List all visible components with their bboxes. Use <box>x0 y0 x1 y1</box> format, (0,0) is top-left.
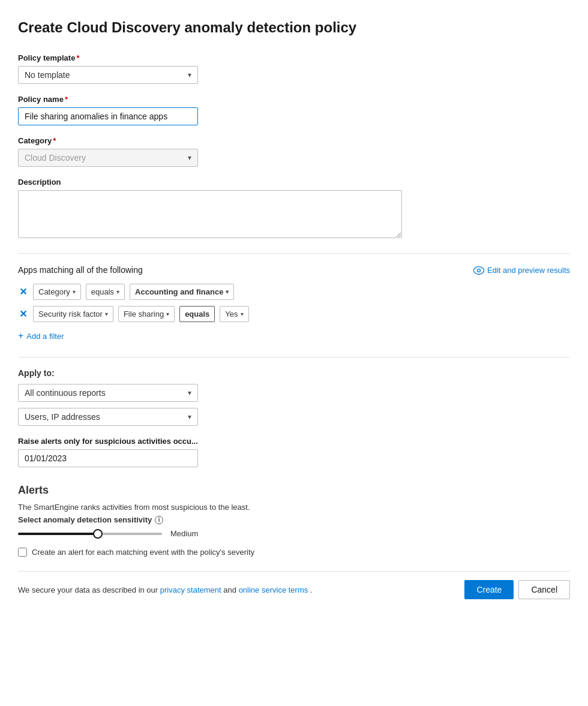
apps-matching-header: Apps matching all of the following Edit … <box>18 265 570 275</box>
raise-alerts-section: Raise alerts only for suspicious activit… <box>18 437 570 467</box>
filter-field-label: Security risk factor <box>38 310 103 319</box>
edit-preview-results-link[interactable]: Edit and preview results <box>473 265 570 275</box>
sensitivity-slider-row: Medium <box>18 529 570 538</box>
section-divider <box>18 253 570 254</box>
apply-to-scope-dropdown[interactable]: Users, IP addresses ▾ <box>18 408 198 426</box>
chevron-down-icon: ▾ <box>241 311 244 317</box>
chevron-down-icon: ▾ <box>116 289 119 295</box>
policy-template-dropdown[interactable]: No template ▾ <box>18 66 198 84</box>
chevron-down-icon: ▾ <box>166 311 169 317</box>
info-icon[interactable]: i <box>155 516 163 524</box>
footer-buttons: Create Cancel <box>464 580 570 599</box>
footer-text: We secure your data as described in our … <box>18 585 312 594</box>
alerts-section: Alerts The SmartEngine ranks activities … <box>18 484 570 557</box>
description-label: Description <box>18 178 570 187</box>
policy-name-section: Policy name* <box>18 95 570 125</box>
filter-value-label: Yes <box>225 310 238 319</box>
privacy-statement-link[interactable]: privacy statement <box>160 585 221 594</box>
svg-point-0 <box>477 269 480 272</box>
apply-to-report-value: All continuous reports <box>25 388 106 398</box>
cancel-button[interactable]: Cancel <box>518 580 570 599</box>
filter-field-security-risk[interactable]: Security risk factor ▾ <box>33 306 113 322</box>
policy-template-label: Policy template* <box>18 53 570 62</box>
filter-value-accounting[interactable]: Accounting and finance ▾ <box>130 284 234 300</box>
category-value: Cloud Discovery <box>25 153 86 163</box>
eye-icon <box>473 265 484 275</box>
policy-template-value: No template <box>25 70 70 80</box>
filter-value-label: Accounting and finance <box>135 287 223 296</box>
filter-operator-file-sharing[interactable]: File sharing ▾ <box>118 306 175 322</box>
raise-alerts-date-input[interactable] <box>18 449 198 467</box>
chevron-down-icon: ▾ <box>188 154 191 162</box>
apply-to-section: Apply to: All continuous reports ▾ Users… <box>18 368 570 426</box>
page-title: Create Cloud Discovery anomaly detection… <box>18 18 570 37</box>
chevron-down-icon: ▾ <box>226 289 229 295</box>
sensitivity-value-label: Medium <box>170 529 198 538</box>
alerts-title: Alerts <box>18 484 570 497</box>
apply-to-divider <box>18 357 570 357</box>
chevron-down-icon: ▾ <box>188 71 191 79</box>
alert-checkbox-label: Create an alert for each matching event … <box>32 548 254 557</box>
filter-operator-equals-1[interactable]: equals ▾ <box>86 284 125 300</box>
filter-row-2: ✕ Security risk factor ▾ File sharing ▾ … <box>18 306 570 322</box>
raise-alerts-label: Raise alerts only for suspicious activit… <box>18 437 570 446</box>
category-dropdown[interactable]: Cloud Discovery ▾ <box>18 149 198 167</box>
footer-row: We secure your data as described in our … <box>18 571 570 599</box>
chevron-down-icon: ▾ <box>188 389 191 397</box>
alert-checkbox-row: Create an alert for each matching event … <box>18 548 570 557</box>
plus-icon: + <box>18 331 23 341</box>
create-button[interactable]: Create <box>464 580 514 599</box>
filter-remove-button-1[interactable]: ✕ <box>18 287 28 297</box>
filter-operator-label: equals <box>91 287 114 296</box>
add-filter-label: Add a filter <box>26 332 64 341</box>
sensitivity-label: Select anomaly detection sensitivity <box>18 515 152 524</box>
sensitivity-slider[interactable] <box>18 533 162 535</box>
description-input[interactable] <box>18 190 402 238</box>
filter-row-1: ✕ Category ▾ equals ▾ Accounting and fin… <box>18 284 570 300</box>
apply-to-report-dropdown[interactable]: All continuous reports ▾ <box>18 384 198 402</box>
filter-remove-button-2[interactable]: ✕ <box>18 310 28 319</box>
filter-equals-label: equals <box>179 306 215 322</box>
apply-to-label: Apply to: <box>18 368 570 378</box>
chevron-down-icon: ▾ <box>188 413 191 421</box>
smartengine-text: The SmartEngine ranks activities from mo… <box>18 503 570 512</box>
policy-template-section: Policy template* No template ▾ <box>18 53 570 84</box>
alert-checkbox[interactable] <box>18 548 27 557</box>
apps-matching-label: Apps matching all of the following <box>18 265 143 275</box>
add-filter-button[interactable]: + Add a filter <box>18 328 64 344</box>
filter-operator-label: File sharing <box>124 310 164 319</box>
online-service-terms-link[interactable]: online service terms <box>239 585 308 594</box>
edit-preview-results-label: Edit and preview results <box>487 266 570 275</box>
chevron-down-icon: ▾ <box>105 311 108 317</box>
category-label: Category* <box>18 136 570 145</box>
apply-to-scope-value: Users, IP addresses <box>25 412 100 422</box>
policy-name-input[interactable] <box>18 107 198 125</box>
description-section: Description <box>18 178 570 240</box>
sensitivity-label-row: Select anomaly detection sensitivity i <box>18 515 570 524</box>
policy-name-label: Policy name* <box>18 95 570 104</box>
filter-field-category[interactable]: Category ▾ <box>33 284 81 300</box>
category-section: Category* Cloud Discovery ▾ <box>18 136 570 167</box>
chevron-down-icon: ▾ <box>73 289 76 295</box>
filter-value-yes[interactable]: Yes ▾ <box>220 306 248 322</box>
filter-field-label: Category <box>38 287 70 296</box>
